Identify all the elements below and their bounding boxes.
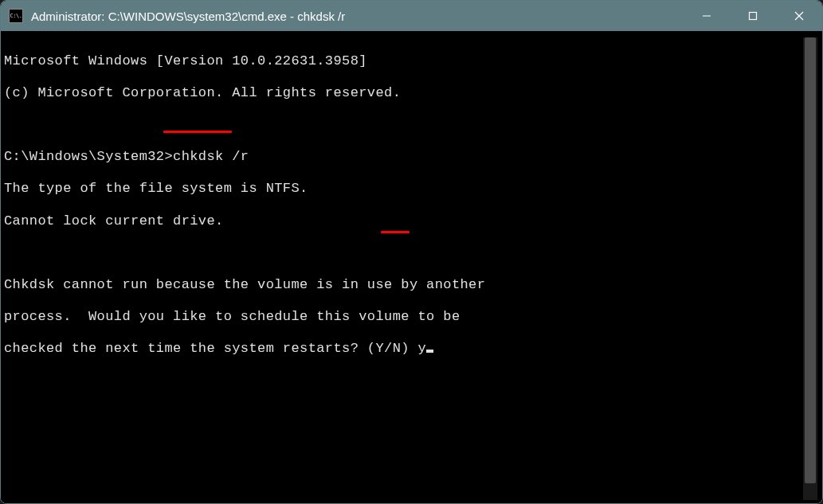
restart-prompt-text: checked the next time the system restart… <box>4 341 417 356</box>
typed-command: chkdsk /r <box>173 149 249 164</box>
scrollbar-track[interactable] <box>803 37 817 500</box>
window-controls <box>684 1 822 31</box>
annotation-underline-response <box>381 231 410 233</box>
output-line: checked the next time the system restart… <box>4 341 792 357</box>
output-blank <box>4 117 792 133</box>
output-line: The type of the file system is NTFS. <box>4 181 792 197</box>
prompt-path: C:\Windows\System32> <box>4 149 173 164</box>
cmd-app-icon: C:\. <box>9 9 23 23</box>
window-title: Administrator: C:\WINDOWS\system32\cmd.e… <box>31 10 684 23</box>
cursor-icon <box>426 350 433 353</box>
close-icon <box>794 11 804 21</box>
user-response: y <box>417 341 426 356</box>
annotation-underline-command <box>163 131 232 133</box>
terminal-area[interactable]: Microsoft Windows [Version 10.0.22631.39… <box>1 31 822 503</box>
minimize-icon <box>702 11 711 21</box>
output-line: Chkdsk cannot run because the volume is … <box>4 277 792 293</box>
close-button[interactable] <box>776 1 822 31</box>
output-line: (c) Microsoft Corporation. All rights re… <box>4 85 792 101</box>
prompt-line: C:\Windows\System32>chkdsk /r <box>4 149 792 165</box>
output-blank <box>4 245 792 261</box>
maximize-icon <box>748 11 758 21</box>
output-line: Microsoft Windows [Version 10.0.22631.39… <box>4 53 792 69</box>
scrollbar-thumb[interactable] <box>805 37 816 483</box>
output-line: Cannot lock current drive. <box>4 213 792 229</box>
svg-rect-1 <box>750 13 757 20</box>
titlebar[interactable]: C:\. Administrator: C:\WINDOWS\system32\… <box>1 1 822 31</box>
minimize-button[interactable] <box>684 1 730 31</box>
output-line: process. Would you like to schedule this… <box>4 309 792 325</box>
terminal-output: Microsoft Windows [Version 10.0.22631.39… <box>4 37 803 500</box>
cmd-window: C:\. Administrator: C:\WINDOWS\system32\… <box>0 0 823 504</box>
maximize-button[interactable] <box>730 1 776 31</box>
